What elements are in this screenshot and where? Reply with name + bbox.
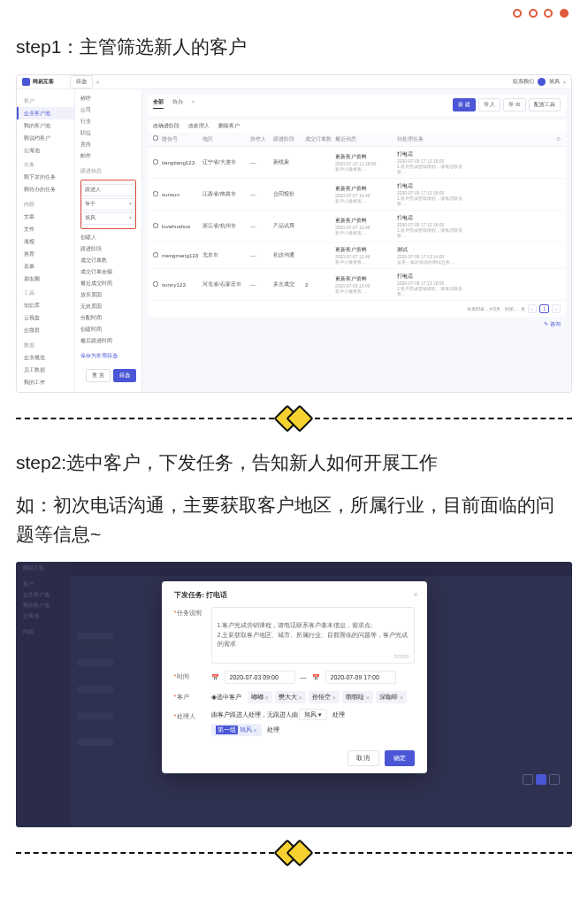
filter-field[interactable]: 称呼 (80, 93, 136, 104)
cancel-button[interactable]: 取 消 (347, 750, 379, 766)
nav-item[interactable]: 推荐 (17, 248, 74, 260)
row-checkbox[interactable] (153, 252, 158, 257)
page-next[interactable]: › (552, 304, 561, 313)
nav-item[interactable]: 我的客户池 (17, 119, 74, 132)
consult-link[interactable]: ✎ 咨询 (544, 320, 561, 326)
checkbox-col (153, 135, 162, 143)
customer-tag[interactable]: 嘟嘟× (248, 691, 272, 703)
col-wechat: 微信号 (162, 135, 202, 143)
tab-all[interactable]: 全部 (153, 98, 164, 109)
table-row[interactable]: mengmeng123北京市—初步沟通更新客户资料 2020-07-07 12:… (148, 242, 566, 269)
nav-item[interactable]: 表单 (17, 260, 74, 273)
nav-item[interactable]: 员工数据 (17, 364, 74, 376)
filter-field[interactable]: 放弃原因 (80, 289, 136, 301)
new-button[interactable]: 新 建 (453, 98, 476, 111)
table-row[interactable]: sunsun江西省/南昌市—合同报价更新客户资料 2020-07-07 16:4… (148, 179, 566, 211)
cell-latest: 更新客户资料 2020-07-03 13:00客户小微将客… (335, 275, 397, 294)
remove-icon[interactable]: × (254, 727, 257, 733)
top-tab-filter[interactable]: 筛选 (70, 75, 93, 88)
nav-item[interactable]: 我的工作 (17, 376, 74, 388)
filter-field[interactable]: 行业 (80, 116, 136, 127)
customer-tag[interactable]: 萌萌哒× (342, 691, 373, 703)
step2-heading: step2:选中客户，下发任务，告知新人如何开展工作 (16, 448, 572, 478)
filter-field[interactable]: 邮件 (80, 150, 136, 162)
table-row[interactable]: sunny123河北省/石家庄市—多次成交2更新客户资料 2020-07-03 … (148, 269, 566, 301)
handler-select[interactable]: 旭风 ▾ (299, 709, 327, 720)
subtab[interactable]: 改确进阶段 (153, 122, 179, 130)
cell-coop: — (250, 281, 273, 288)
nav-item[interactable]: 知识库 (17, 300, 74, 312)
customer-tag[interactable]: 孙悟空× (309, 691, 340, 703)
cell-stage: 产品试用 (273, 222, 305, 230)
nav-item[interactable]: 朋友圈 (17, 273, 74, 285)
confirm-button[interactable]: 确定 (385, 750, 415, 766)
customer-table: 微信号 地区 协作人 跟进阶段 成交订单数 最近动态 待处理任务 ⚙ tiang… (148, 133, 566, 317)
import-button[interactable]: 导 入 (478, 98, 501, 111)
tab-todo[interactable]: 待办 (172, 98, 183, 109)
filter-field[interactable]: 成交订单金额 (80, 266, 136, 278)
select-all-checkbox[interactable] (153, 135, 158, 141)
save-as-filter-link[interactable]: 保存为常用筛选 (80, 350, 136, 362)
time-to-input[interactable]: 2020-07-09 17:00 (325, 671, 396, 684)
subtab[interactable]: 删除客户 (218, 122, 240, 130)
page-prev[interactable]: ‹ (528, 304, 537, 313)
nav-item[interactable]: 我说约客户 (17, 132, 74, 144)
customer-tag[interactable]: 深咖啡× (376, 691, 407, 703)
radio-selected-customers[interactable]: ◉ 选中客户 (211, 693, 241, 702)
nav-item[interactable]: 公海池 (17, 144, 74, 157)
table-row[interactable]: lovehuahua浙江省/杭州市—产品试用更新客户资料 2020-07-07 … (148, 211, 566, 242)
customer-tag[interactable]: 樊大大× (275, 691, 306, 703)
filter-field[interactable]: 成交订单数 (80, 255, 136, 266)
remove-icon[interactable]: × (400, 695, 403, 701)
nav-item[interactable]: 云视盘 (17, 312, 74, 325)
reset-button[interactable]: 重 置 (86, 369, 111, 382)
filter-field[interactable]: 无效原因 (80, 301, 136, 312)
nav-item[interactable]: 我下发的任务 (17, 172, 74, 184)
chevron-down-icon[interactable]: ▾ (192, 98, 195, 109)
remove-icon[interactable]: × (332, 695, 336, 701)
export-button[interactable]: 导 出 (503, 98, 526, 111)
filter-field[interactable]: 创建人 (80, 232, 136, 243)
remove-icon[interactable]: × (366, 695, 370, 701)
apply-filter-button[interactable]: 筛选 (113, 369, 136, 382)
filter-field[interactable]: 跟进阶段 (80, 243, 136, 255)
chevron-down-icon[interactable]: ▾ (563, 79, 566, 85)
contact-us-link[interactable]: 联系我们 (513, 78, 534, 86)
row-checkbox[interactable] (153, 281, 158, 287)
subtab[interactable]: 改处理人 (188, 122, 210, 130)
row-checkbox[interactable] (153, 223, 158, 228)
filter-field[interactable]: 公司 (80, 104, 136, 116)
cell-task: 打电话 2020-07-08 17:13 18:001.客户完成营销课程，请电话… (397, 273, 471, 296)
filter-field[interactable]: 意向 (80, 139, 136, 150)
filter-field[interactable]: 最后跟进时间 (80, 335, 136, 347)
nav-item-enterprise-pool[interactable]: 企业客户池 (17, 107, 74, 119)
nav-item[interactable]: 企业概览 (17, 351, 74, 364)
nav-item[interactable]: 文件 (17, 223, 74, 235)
nav-item[interactable]: 海报 (17, 235, 74, 248)
row-checkbox[interactable] (153, 191, 158, 196)
user-avatar-icon[interactable] (538, 78, 546, 86)
remove-icon[interactable]: × (299, 695, 302, 701)
filter-select-operator[interactable]: 等于▾ (81, 198, 135, 211)
filter-select-follower[interactable]: 跟进人 (81, 184, 135, 196)
remove-icon[interactable]: × (265, 695, 269, 701)
row-checkbox[interactable] (153, 159, 158, 165)
label-customer: 客户 (174, 691, 211, 703)
filter-field[interactable]: 职位 (80, 127, 136, 139)
nav-item[interactable]: 我待办的任务 (17, 184, 74, 196)
config-button[interactable]: 配置工具 (529, 98, 561, 111)
filter-field[interactable]: 最近成交时间 (80, 278, 136, 289)
time-from-input[interactable]: 2020-07-03 09:00 (225, 671, 295, 684)
toolbar: 全部 待办 ▾ 新 建 导 入 导 出 配置工具 (148, 95, 566, 116)
nav-item[interactable]: 企微群 (17, 325, 74, 337)
dot-active (560, 9, 569, 18)
filter-field[interactable]: 创建时间 (80, 324, 136, 335)
page-1[interactable]: 1 (539, 304, 549, 313)
nav-item[interactable]: 文章 (17, 211, 74, 223)
filter-field[interactable]: 分配时间 (80, 312, 136, 324)
gear-icon[interactable]: ⚙ (556, 135, 561, 143)
table-row[interactable]: tiangtiang123辽宁省/大连市—新线索更新客户资料 2020-07-1… (148, 147, 566, 179)
desc-textarea[interactable]: 1.客户完成营销课程，请电话联系客户基本信息，需求点; 2.主要获取客户地区、城… (211, 607, 415, 664)
filter-select-value[interactable]: 旭风▾ (81, 212, 135, 225)
close-icon[interactable]: × (413, 590, 417, 599)
